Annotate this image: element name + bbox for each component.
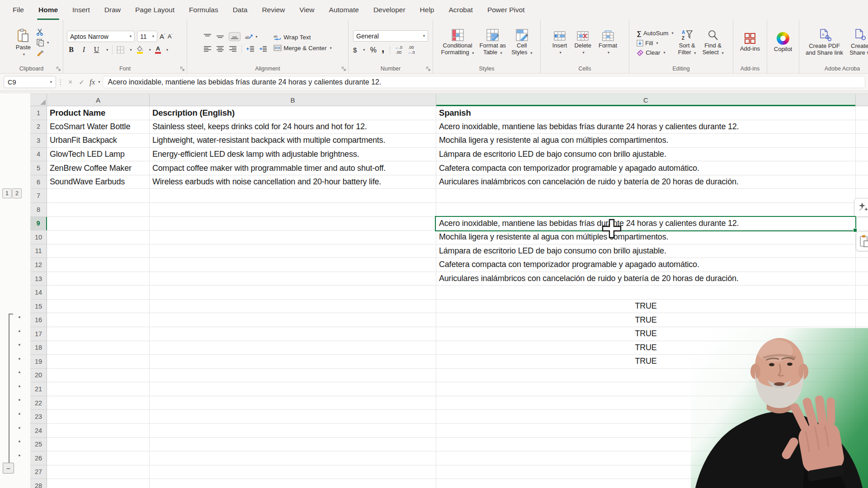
cell-C14[interactable]: [436, 286, 856, 300]
cell-A15[interactable]: [47, 300, 150, 314]
cell-C5[interactable]: Cafetera compacta con temporizador progr…: [436, 161, 856, 175]
cell-C7[interactable]: [436, 189, 856, 203]
create-share-button[interactable]: CreateShare v: [848, 28, 868, 57]
row-header-25[interactable]: 25: [30, 438, 47, 452]
cell-B23[interactable]: [150, 410, 436, 424]
cell-C9[interactable]: Acero inoxidable, mantiene las bebidas f…: [436, 217, 856, 231]
cell-A1[interactable]: Product Name: [47, 106, 150, 120]
cell-C12[interactable]: Cafetera compacta con temporizador progr…: [436, 258, 856, 272]
top-align-icon[interactable]: [203, 33, 212, 40]
row-header-13[interactable]: 13: [30, 272, 47, 286]
fill-button[interactable]: Fill▾: [637, 40, 658, 47]
cell-A26[interactable]: [47, 451, 150, 465]
merge-center-button[interactable]: Merge & Center▾: [274, 45, 332, 52]
format-cells-button[interactable]: Format▾: [597, 29, 619, 55]
tab-help[interactable]: Help: [413, 0, 442, 20]
tab-draw[interactable]: Draw: [97, 0, 128, 20]
column-header-d[interactable]: [856, 94, 868, 106]
tab-power-pivot[interactable]: Power Pivot: [480, 0, 532, 20]
row-header-20[interactable]: 20: [30, 369, 47, 383]
fill-color-dropdown-icon[interactable]: ▾: [149, 48, 151, 52]
cell-B14[interactable]: [150, 286, 436, 300]
copilot-button[interactable]: Copilot: [772, 31, 794, 54]
comma-format-button[interactable]: ,: [382, 46, 385, 51]
underline-button[interactable]: U: [92, 46, 101, 54]
name-box-dropdown-icon[interactable]: ▾: [50, 80, 52, 84]
cell-B3[interactable]: Lightweight, water-resistant backpack wi…: [150, 134, 436, 148]
tab-home[interactable]: Home: [31, 0, 65, 20]
percent-format-button[interactable]: %: [370, 46, 377, 54]
row-header-3[interactable]: 3: [30, 134, 47, 148]
cell-A3[interactable]: UrbanFit Backpack: [47, 134, 150, 148]
outline-level-2-button[interactable]: 2: [12, 188, 22, 198]
row-header-7[interactable]: 7: [30, 189, 47, 203]
cell-A5[interactable]: ZenBrew Coffee Maker: [47, 161, 150, 175]
conditional-formatting-button[interactable]: ConditionalFormatting ▾: [439, 28, 476, 57]
delete-cells-button[interactable]: Delete▾: [572, 29, 593, 55]
cell-D1[interactable]: [856, 106, 868, 120]
create-pdf-share-link-button[interactable]: A Create PDFand Share link: [804, 28, 845, 57]
row-header-6[interactable]: 6: [30, 175, 47, 189]
row-header-1[interactable]: 1: [30, 106, 47, 120]
row-header-28[interactable]: 28: [30, 479, 47, 488]
italic-button[interactable]: I: [80, 46, 88, 54]
cell-A10[interactable]: [47, 230, 150, 244]
cell-A12[interactable]: [47, 258, 150, 272]
tab-view[interactable]: View: [292, 0, 321, 20]
cell-A22[interactable]: [47, 396, 150, 410]
row-header-14[interactable]: 14: [30, 286, 47, 300]
cell-A14[interactable]: [47, 286, 150, 300]
cell-B17[interactable]: [150, 327, 436, 341]
tab-acrobat[interactable]: Acrobat: [441, 0, 480, 20]
cell-B27[interactable]: [150, 465, 436, 479]
paste-options-button[interactable]: [856, 231, 868, 251]
cell-D4[interactable]: [856, 148, 868, 162]
cell-B20[interactable]: [150, 369, 436, 383]
outline-level-1-button[interactable]: 1: [2, 188, 12, 198]
cell-C15[interactable]: TRUE: [436, 300, 856, 314]
cell-B1[interactable]: Description (English): [150, 106, 436, 120]
cell-B19[interactable]: [150, 355, 436, 369]
align-left-icon[interactable]: [203, 46, 212, 52]
cell-A8[interactable]: [47, 203, 150, 217]
currency-format-button[interactable]: $: [353, 46, 357, 54]
insert-cells-button[interactable]: Insert▾: [551, 29, 569, 55]
cell-B2[interactable]: Stainless steel, keeps drinks cold for 2…: [150, 120, 436, 134]
cell-B13[interactable]: [150, 272, 436, 286]
align-right-icon[interactable]: [229, 46, 237, 52]
outline-collapse-button[interactable]: −: [3, 463, 14, 474]
cell-B6[interactable]: Wireless earbuds with noise cancellation…: [150, 175, 436, 189]
cell-B26[interactable]: [150, 451, 436, 465]
wrap-text-button[interactable]: ab Wrap Text: [274, 34, 311, 41]
row-header-4[interactable]: 4: [30, 148, 47, 162]
cell-D3[interactable]: [856, 134, 868, 148]
autosum-button[interactable]: ∑AutoSum▾: [637, 29, 674, 37]
row-header-10[interactable]: 10: [30, 230, 47, 244]
clear-button[interactable]: Clear▾: [637, 49, 665, 56]
row-header-19[interactable]: 19: [30, 355, 47, 369]
cell-B11[interactable]: [150, 244, 436, 258]
tab-developer[interactable]: Developer: [366, 0, 413, 20]
align-center-icon[interactable]: [216, 46, 224, 52]
add-ins-button[interactable]: Add-ins: [738, 32, 762, 53]
cell-B18[interactable]: [150, 341, 436, 355]
tab-insert[interactable]: Insert: [65, 0, 97, 20]
cell-B10[interactable]: [150, 230, 436, 244]
cell-B15[interactable]: [150, 300, 436, 314]
row-header-9[interactable]: 9: [30, 217, 47, 231]
cut-icon[interactable]: [36, 28, 44, 36]
cell-B8[interactable]: [150, 203, 436, 217]
bold-button[interactable]: B: [67, 46, 75, 54]
copy-icon[interactable]: ▾: [36, 39, 49, 47]
formula-bar-drag-handle[interactable]: ⋮: [56, 78, 65, 86]
row-header-2[interactable]: 2: [30, 120, 47, 134]
font-color-icon[interactable]: A: [155, 46, 161, 54]
find-select-button[interactable]: Find &Select ▾: [701, 28, 726, 57]
cell-B5[interactable]: Compact coffee maker with programmable t…: [150, 161, 436, 175]
sort-filter-button[interactable]: AZ Sort &Filter ▾: [676, 28, 698, 57]
cell-A18[interactable]: [47, 341, 150, 355]
row-header-21[interactable]: 21: [30, 382, 47, 396]
tab-review[interactable]: Review: [255, 0, 292, 20]
font-color-dropdown-icon[interactable]: ▾: [166, 48, 168, 52]
column-header-b[interactable]: B: [150, 94, 436, 106]
